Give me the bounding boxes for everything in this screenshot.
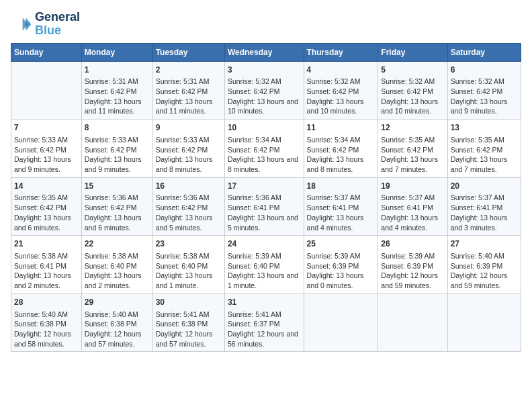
calendar-cell: 27 Sunrise: 5:40 AMSunset: 6:39 PMDaylig… (447, 236, 521, 294)
week-row-4: 21 Sunrise: 5:38 AMSunset: 6:41 PMDaylig… (11, 236, 521, 294)
calendar-cell: 7 Sunrise: 5:33 AMSunset: 6:42 PMDayligh… (11, 120, 82, 178)
calendar-cell: 14 Sunrise: 5:35 AMSunset: 6:42 PMDaylig… (11, 177, 82, 236)
calendar-cell: 21 Sunrise: 5:38 AMSunset: 6:41 PMDaylig… (11, 236, 82, 294)
day-number: 9 (156, 122, 222, 134)
cell-info: Sunrise: 5:40 AMSunset: 6:39 PMDaylight:… (451, 251, 518, 291)
cell-info: Sunrise: 5:32 AMSunset: 6:42 PMDaylight:… (307, 77, 375, 116)
day-number: 22 (85, 238, 150, 250)
day-number: 25 (307, 238, 375, 250)
day-number: 12 (381, 122, 444, 134)
day-number: 20 (451, 181, 518, 192)
calendar-cell: 24 Sunrise: 5:39 AMSunset: 6:40 PMDaylig… (224, 236, 304, 294)
calendar-cell: 19 Sunrise: 5:37 AMSunset: 6:41 PMDaylig… (378, 177, 447, 236)
day-number: 30 (156, 297, 222, 308)
calendar-cell: 16 Sunrise: 5:36 AMSunset: 6:42 PMDaylig… (152, 177, 224, 236)
cell-info: Sunrise: 5:41 AMSunset: 6:38 PMDaylight:… (156, 310, 222, 349)
cell-info: Sunrise: 5:36 AMSunset: 6:42 PMDaylight:… (85, 193, 150, 232)
column-header-saturday: Saturday (447, 43, 521, 61)
day-number: 17 (228, 181, 301, 192)
calendar-cell: 18 Sunrise: 5:37 AMSunset: 6:41 PMDaylig… (304, 177, 378, 236)
cell-info: Sunrise: 5:39 AMSunset: 6:39 PMDaylight:… (307, 251, 375, 291)
week-row-3: 14 Sunrise: 5:35 AMSunset: 6:42 PMDaylig… (11, 177, 521, 236)
day-number: 31 (228, 297, 301, 308)
cell-info: Sunrise: 5:31 AMSunset: 6:42 PMDaylight:… (156, 77, 222, 116)
cell-info: Sunrise: 5:36 AMSunset: 6:42 PMDaylight:… (156, 193, 222, 232)
day-number: 28 (14, 297, 79, 308)
week-row-1: 1 Sunrise: 5:31 AMSunset: 6:42 PMDayligh… (11, 61, 521, 120)
calendar-cell: 3 Sunrise: 5:32 AMSunset: 6:42 PMDayligh… (224, 61, 304, 120)
calendar-cell: 12 Sunrise: 5:35 AMSunset: 6:42 PMDaylig… (378, 120, 447, 178)
day-number: 29 (85, 297, 150, 308)
calendar-cell: 5 Sunrise: 5:32 AMSunset: 6:42 PMDayligh… (378, 61, 447, 120)
calendar-cell: 28 Sunrise: 5:40 AMSunset: 6:38 PMDaylig… (11, 293, 82, 352)
cell-info: Sunrise: 5:39 AMSunset: 6:40 PMDaylight:… (228, 251, 301, 291)
column-header-friday: Friday (378, 43, 447, 61)
cell-info: Sunrise: 5:35 AMSunset: 6:42 PMDaylight:… (451, 135, 518, 175)
cell-info: Sunrise: 5:41 AMSunset: 6:37 PMDaylight:… (228, 310, 301, 349)
cell-info: Sunrise: 5:35 AMSunset: 6:42 PMDaylight:… (14, 193, 79, 232)
calendar-cell: 30 Sunrise: 5:41 AMSunset: 6:38 PMDaylig… (152, 293, 224, 352)
cell-info: Sunrise: 5:33 AMSunset: 6:42 PMDaylight:… (14, 135, 79, 175)
logo: General Blue (11, 11, 80, 38)
day-number: 6 (451, 64, 518, 76)
calendar-cell: 29 Sunrise: 5:40 AMSunset: 6:38 PMDaylig… (81, 293, 152, 352)
calendar-cell: 22 Sunrise: 5:38 AMSunset: 6:40 PMDaylig… (81, 236, 152, 294)
day-number: 3 (228, 64, 301, 76)
calendar-cell: 13 Sunrise: 5:35 AMSunset: 6:42 PMDaylig… (447, 120, 521, 178)
day-number: 21 (14, 238, 79, 250)
logo-icon (11, 13, 32, 35)
week-row-2: 7 Sunrise: 5:33 AMSunset: 6:42 PMDayligh… (11, 120, 521, 178)
calendar-cell: 6 Sunrise: 5:32 AMSunset: 6:42 PMDayligh… (447, 61, 521, 120)
calendar-cell (11, 61, 82, 120)
cell-info: Sunrise: 5:35 AMSunset: 6:42 PMDaylight:… (381, 135, 444, 175)
cell-info: Sunrise: 5:32 AMSunset: 6:42 PMDaylight:… (451, 77, 518, 116)
cell-info: Sunrise: 5:37 AMSunset: 6:41 PMDaylight:… (451, 193, 518, 232)
calendar-cell: 10 Sunrise: 5:34 AMSunset: 6:42 PMDaylig… (224, 120, 304, 178)
calendar-cell: 26 Sunrise: 5:39 AMSunset: 6:39 PMDaylig… (378, 236, 447, 294)
calendar-cell (304, 293, 378, 352)
calendar-cell: 25 Sunrise: 5:39 AMSunset: 6:39 PMDaylig… (304, 236, 378, 294)
cell-info: Sunrise: 5:32 AMSunset: 6:42 PMDaylight:… (381, 77, 444, 116)
day-number: 16 (156, 181, 222, 192)
day-number: 11 (307, 122, 375, 134)
column-header-sunday: Sunday (11, 43, 82, 61)
calendar-cell: 11 Sunrise: 5:34 AMSunset: 6:42 PMDaylig… (304, 120, 378, 178)
cell-info: Sunrise: 5:33 AMSunset: 6:42 PMDaylight:… (85, 135, 150, 175)
cell-info: Sunrise: 5:39 AMSunset: 6:39 PMDaylight:… (381, 251, 444, 291)
day-number: 14 (14, 181, 79, 192)
day-number: 23 (156, 238, 222, 250)
calendar-cell: 20 Sunrise: 5:37 AMSunset: 6:41 PMDaylig… (447, 177, 521, 236)
cell-info: Sunrise: 5:31 AMSunset: 6:42 PMDaylight:… (85, 77, 150, 116)
day-number: 26 (381, 238, 444, 250)
calendar-cell (447, 293, 521, 352)
calendar-cell: 9 Sunrise: 5:33 AMSunset: 6:42 PMDayligh… (152, 120, 224, 178)
logo-text: General Blue (35, 11, 80, 38)
calendar-cell: 2 Sunrise: 5:31 AMSunset: 6:42 PMDayligh… (152, 61, 224, 120)
calendar-cell (378, 293, 447, 352)
calendar-cell: 23 Sunrise: 5:38 AMSunset: 6:40 PMDaylig… (152, 236, 224, 294)
header-row: SundayMondayTuesdayWednesdayThursdayFrid… (11, 43, 521, 61)
column-header-monday: Monday (81, 43, 152, 61)
column-header-tuesday: Tuesday (152, 43, 224, 61)
day-number: 19 (381, 181, 444, 192)
week-row-5: 28 Sunrise: 5:40 AMSunset: 6:38 PMDaylig… (11, 293, 521, 352)
day-number: 18 (307, 181, 375, 192)
calendar-cell: 15 Sunrise: 5:36 AMSunset: 6:42 PMDaylig… (81, 177, 152, 236)
calendar-cell: 31 Sunrise: 5:41 AMSunset: 6:37 PMDaylig… (224, 293, 304, 352)
day-number: 8 (85, 122, 150, 134)
day-number: 24 (228, 238, 301, 250)
day-number: 5 (381, 64, 444, 76)
cell-info: Sunrise: 5:34 AMSunset: 6:42 PMDaylight:… (228, 135, 301, 175)
calendar-cell: 8 Sunrise: 5:33 AMSunset: 6:42 PMDayligh… (81, 120, 152, 178)
column-header-thursday: Thursday (304, 43, 378, 61)
cell-info: Sunrise: 5:32 AMSunset: 6:42 PMDaylight:… (228, 77, 301, 116)
day-number: 4 (307, 64, 375, 76)
day-number: 15 (85, 181, 150, 192)
cell-info: Sunrise: 5:36 AMSunset: 6:41 PMDaylight:… (228, 193, 301, 232)
calendar-cell: 4 Sunrise: 5:32 AMSunset: 6:42 PMDayligh… (304, 61, 378, 120)
cell-info: Sunrise: 5:38 AMSunset: 6:40 PMDaylight:… (85, 251, 150, 291)
day-number: 13 (451, 122, 518, 134)
cell-info: Sunrise: 5:38 AMSunset: 6:41 PMDaylight:… (14, 251, 79, 291)
day-number: 10 (228, 122, 301, 134)
day-number: 27 (451, 238, 518, 250)
